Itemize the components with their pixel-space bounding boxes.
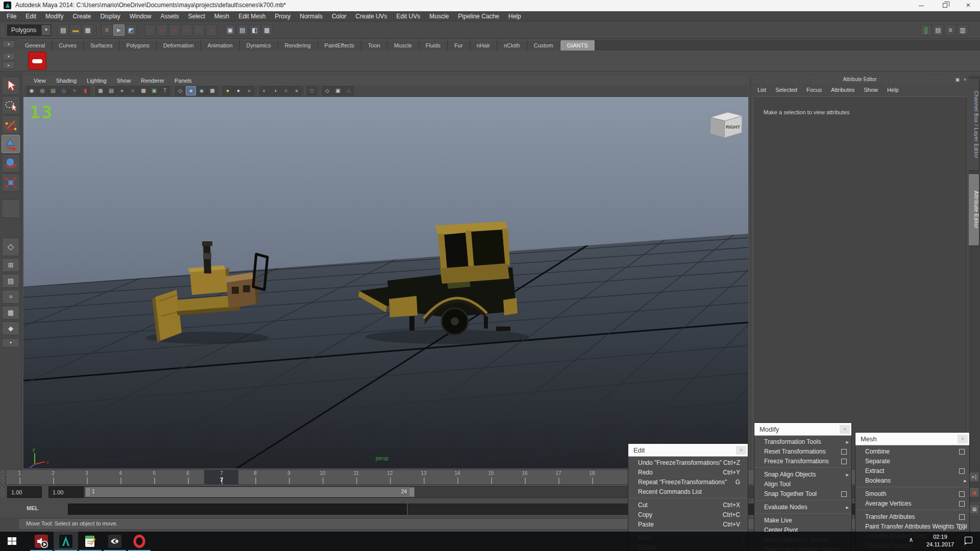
minimize-button[interactable] — [910, 0, 933, 11]
share-icon[interactable]: ∴ — [344, 86, 354, 95]
layout-animation[interactable]: ◆ — [2, 321, 19, 335]
multi-pane-icon[interactable]: ▣ — [333, 86, 343, 95]
viewport-3d[interactable]: y x persp 13 RIGHT — [23, 97, 748, 468]
option-box-icon[interactable] — [959, 491, 965, 497]
ae-menu-show[interactable]: Show — [859, 85, 883, 95]
attribute-editor-header[interactable]: Attribute Editor ▣ × — [751, 76, 969, 84]
image-plane-icon[interactable]: ◇ — [59, 86, 69, 95]
select-tool[interactable] — [2, 77, 20, 95]
status-line-grip[interactable] — [1, 23, 4, 37]
menu-item-smooth[interactable]: Smooth — [855, 489, 969, 499]
restore-button[interactable] — [933, 0, 957, 11]
menu-item-snap-together-tool[interactable]: Snap Together Tool — [754, 489, 851, 499]
menu-item-transformation-tools[interactable]: Transformation Tools▶ — [754, 437, 851, 447]
menu-pipeline-cache[interactable]: Pipeline Cache — [453, 11, 504, 21]
shelf-tab-muscle[interactable]: Muscle — [387, 40, 419, 51]
menu-create[interactable]: Create — [68, 11, 95, 21]
menu-item-recent-commands-list[interactable]: Recent Commands List — [628, 487, 748, 497]
open-scene-icon[interactable]: ▬ — [70, 24, 81, 36]
default-lighting-icon[interactable]: ● — [233, 86, 243, 95]
show-hide-ui-elements-icon[interactable]: [] — [920, 24, 932, 36]
shelf-tab-deformation[interactable]: Deformation — [157, 40, 201, 51]
panel-menu-shading[interactable]: Shading — [51, 76, 82, 85]
ae-menu-selected[interactable]: Selected — [771, 85, 802, 95]
taskbar-hidden-icons-chevron[interactable]: ∧ — [906, 536, 916, 546]
taskbar-clock[interactable]: 02:19 24.11.2017 — [919, 533, 962, 549]
snap-to-curve-icon[interactable]: ∩ — [157, 24, 168, 36]
shelf-tab-fur[interactable]: Fur — [448, 40, 470, 51]
go-to-end-button[interactable]: >| — [969, 472, 979, 482]
tab-attribute-editor[interactable]: Attribute Editor — [969, 173, 979, 246]
shelf-tab-fluids[interactable]: Fluids — [419, 40, 448, 51]
giants-shelf-button[interactable] — [28, 52, 46, 70]
action-center-icon[interactable] — [964, 537, 974, 545]
menu-title-bar[interactable]: Mesh× — [855, 433, 969, 445]
hardware-renderer-icon[interactable]: ◇ — [322, 86, 332, 95]
panel-menu-lighting[interactable]: Lighting — [82, 76, 112, 85]
range-slider-bar[interactable]: 1 24 — [85, 487, 414, 497]
taskbar-app-maya[interactable] — [54, 532, 78, 551]
menu-mesh[interactable]: Mesh — [210, 11, 234, 21]
panel-menu-view[interactable]: View — [29, 76, 51, 85]
menu-item-evaluate-nodes[interactable]: Evaluate Nodes▶ — [754, 503, 851, 512]
animation-preferences-button[interactable]: ◆ — [969, 487, 979, 497]
option-box-icon[interactable] — [959, 524, 965, 530]
grease-pencil-icon[interactable]: ▮ — [80, 86, 90, 95]
menu-item-snap-align-objects[interactable]: Snap Align Objects▶ — [754, 470, 851, 480]
taskbar-app-nvidia[interactable] — [103, 532, 127, 551]
render-settings-icon[interactable]: ▩ — [261, 24, 273, 36]
layout-dropdown[interactable]: ▾ — [2, 338, 19, 347]
make-live-icon[interactable]: ∩ — [206, 24, 217, 36]
menu-item-paste[interactable]: PasteCtrl+V — [628, 520, 748, 530]
menu-modify[interactable]: Modify — [41, 11, 68, 21]
taskbar-app-opera[interactable] — [127, 532, 152, 551]
range-end-handle[interactable] — [410, 488, 413, 496]
grid-icon[interactable]: ▦ — [95, 86, 106, 95]
safe-action-icon[interactable]: ▣ — [149, 86, 159, 95]
paint-selection-tool[interactable] — [2, 115, 20, 134]
menu-edit-uvs[interactable]: Edit UVs — [392, 11, 425, 21]
gate-mask-icon[interactable]: ○ — [128, 86, 138, 95]
attribute-editor-toggle-icon[interactable]: ▤ — [933, 24, 944, 36]
shelf-tab-animation[interactable]: Animation — [201, 40, 240, 51]
menu-select[interactable]: Select — [183, 11, 209, 21]
menu-item-separate[interactable]: Separate — [855, 457, 969, 466]
shelf-tab-rendering[interactable]: Rendering — [278, 40, 318, 51]
shelf-tab-general[interactable]: General — [18, 40, 52, 51]
layout-hypershade[interactable]: ▦ — [2, 306, 19, 319]
bookmarks-icon[interactable]: ▤ — [48, 86, 58, 95]
menu-item-redo[interactable]: RedoCtrl+Y — [628, 468, 748, 478]
panel-menu-show[interactable]: Show — [112, 76, 136, 85]
shelf-tab-toon[interactable]: Toon — [361, 40, 387, 51]
close-icon[interactable]: × — [958, 435, 968, 443]
select-by-component-icon[interactable]: ◩ — [126, 24, 137, 36]
menu-proxy[interactable]: Proxy — [271, 11, 296, 21]
snap-to-grid-icon[interactable]: ∩ — [144, 24, 156, 36]
menu-item-undo-freezetransformations[interactable]: Undo "FreezeTransformations"Ctrl+Z — [628, 458, 748, 468]
render-current-frame-icon[interactable]: ▤ — [237, 24, 248, 36]
shelf-tab-arrow-button[interactable]: ▾ — [3, 40, 15, 48]
menu-item-combine[interactable]: Combine — [855, 447, 969, 457]
view-cube[interactable]: RIGHT — [710, 112, 742, 138]
no-lights-icon[interactable]: ● — [244, 86, 254, 95]
menu-title-bar[interactable]: Modify× — [754, 423, 851, 436]
range-slider-grip[interactable] — [1, 486, 5, 498]
select-by-object-icon[interactable]: ► — [113, 24, 125, 36]
safe-title-icon[interactable]: T — [160, 86, 170, 95]
shelf-tab-dynamics[interactable]: Dynamics — [240, 40, 278, 51]
option-box-icon[interactable] — [959, 449, 965, 455]
layout-single[interactable]: ◇ — [2, 238, 19, 256]
option-box-icon[interactable] — [959, 501, 965, 507]
option-box-icon[interactable] — [959, 514, 965, 520]
menu-item-paint-transfer-attributes-weights-tool[interactable]: Paint Transfer Attributes Weights Tool — [855, 522, 969, 532]
option-box-icon[interactable] — [841, 449, 847, 455]
menu-item-repeat-freezetransformations[interactable]: Repeat "FreezeTransformations"G — [628, 478, 748, 487]
scale-tool[interactable] — [2, 173, 20, 192]
menu-assets[interactable]: Assets — [156, 11, 183, 21]
shelf-menu-button[interactable]: ▾ — [3, 53, 15, 60]
isolate-select-icon[interactable]: □ — [307, 86, 317, 95]
layout-graph[interactable]: ≈ — [2, 290, 19, 304]
layout-outliner[interactable]: ▤ — [2, 274, 19, 288]
shelf-tab-giants[interactable]: GIANTS — [560, 40, 595, 51]
ae-menu-help[interactable]: Help — [883, 85, 903, 95]
